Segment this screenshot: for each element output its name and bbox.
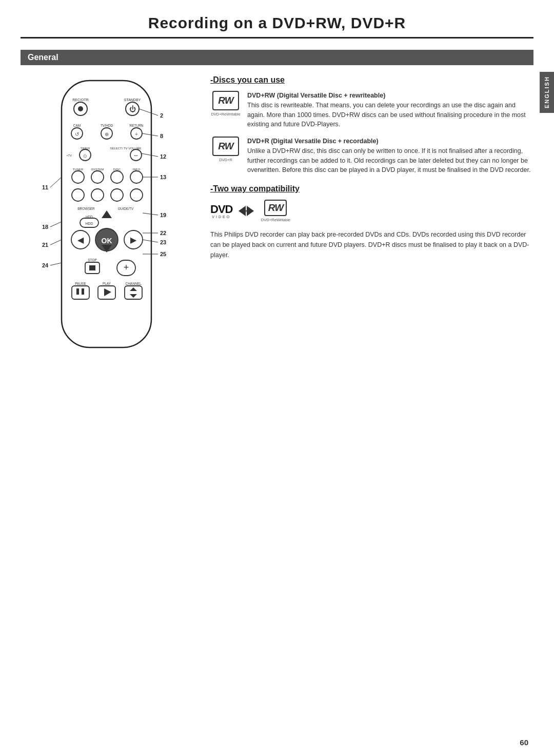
svg-line-56 [50, 222, 62, 227]
svg-text:OK: OK [102, 237, 112, 245]
svg-rect-85 [82, 288, 84, 295]
svg-text:•TV: •TV [67, 154, 72, 157]
dvdrw-block: RW DVD+ReWritable DVD+RW (Digital Versat… [210, 91, 533, 129]
svg-text:DISC: DISC [113, 168, 121, 171]
dvdr-text: DVD+R (Digital Versatile Disc + recordab… [247, 137, 533, 175]
svg-text:REC/OTR: REC/OTR [72, 98, 89, 102]
remote-control-column: REC/OTR STANDBY ⏻ 2 CAM TV/HDD RETURN ↺ [21, 70, 195, 363]
svg-text:⊕: ⊕ [105, 131, 109, 137]
dvdr-title: DVD+R (Digital Versatile Disc + recordab… [247, 138, 379, 145]
svg-text:STOP: STOP [88, 258, 97, 262]
dvdr-logo-text: RW [218, 141, 233, 152]
svg-text:CAM: CAM [73, 124, 81, 127]
two-way-logos: DVD VIDEO RW DVD+ReWritable [210, 200, 533, 222]
dvdr-logo-label: DVD+R [219, 158, 232, 162]
svg-text:↺: ↺ [75, 131, 79, 137]
dvd-video-logo: DVD VIDEO [210, 204, 232, 219]
svg-text:⊙: ⊙ [83, 153, 87, 159]
svg-line-73 [50, 263, 62, 265]
svg-text:PAUSE: PAUSE [75, 282, 86, 285]
svg-rect-77 [89, 265, 95, 270]
svg-line-42 [50, 177, 62, 187]
dvdr-logo: RW DVD+R [210, 137, 241, 162]
svg-text:8: 8 [160, 133, 163, 139]
svg-point-36 [72, 171, 84, 183]
svg-text:19: 19 [160, 212, 166, 218]
svg-point-47 [130, 189, 143, 201]
language-label: ENGLISH [544, 76, 550, 109]
page-title-area: Recording on a DVD+RW, DVD+R [21, 0, 533, 38]
svg-text:13: 13 [160, 174, 166, 180]
rw-logo-text-small: RW [268, 202, 283, 214]
svg-text:12: 12 [160, 153, 166, 160]
svg-text:PLAY: PLAY [103, 282, 111, 285]
compatible-logo [236, 204, 256, 218]
dvdrw-logo: RW DVD+ReWritable [210, 91, 241, 117]
svg-text:▶: ▶ [130, 236, 137, 244]
svg-text:CHANNEL: CHANNEL [125, 282, 141, 285]
svg-text:INFO: INFO [133, 168, 141, 171]
svg-point-37 [91, 171, 104, 183]
dvd-video-label: VIDEO [212, 215, 231, 219]
svg-rect-84 [76, 288, 79, 295]
svg-text:23: 23 [160, 239, 166, 245]
compatible-arrows-icon [236, 204, 256, 218]
rw-logo-box-small: RW [264, 200, 287, 216]
dvdrw-logo-label: DVD+ReWritable [211, 112, 240, 117]
svg-text:18: 18 [42, 224, 48, 230]
svg-text:BROWSER: BROWSER [77, 207, 95, 210]
rw-compatible-label: DVD+ReWritable [261, 218, 290, 222]
two-way-subtitle: -Two way compatibility [210, 184, 533, 193]
svg-point-44 [72, 189, 84, 201]
page-title: Recording on a DVD+RW, DVD+R [21, 14, 533, 32]
svg-text:11: 11 [42, 184, 48, 190]
svg-line-66 [50, 240, 62, 245]
two-way-body: This Philips DVD recorder can play back … [210, 229, 533, 260]
svg-text:+: + [124, 262, 129, 273]
svg-text:◀: ◀ [77, 236, 84, 244]
two-way-section: -Two way compatibility DVD VIDEO [210, 184, 533, 260]
dvdr-logo-box: RW [212, 137, 239, 156]
dvd-big-text: DVD [210, 204, 232, 215]
svg-point-4 [78, 106, 83, 111]
svg-point-39 [130, 171, 143, 183]
svg-text:⏻: ⏻ [129, 105, 136, 113]
dvdr-block: RW DVD+R DVD+R (Digital Versatile Disc +… [210, 137, 533, 175]
dvdrw-body: This disc is rewriteable. That means, yo… [247, 102, 526, 128]
dvdrw-logo-box: RW [212, 91, 239, 110]
discs-subtitle: -Discs you can use [210, 75, 533, 85]
svg-text:2: 2 [160, 112, 163, 119]
remote-control-diagram: REC/OTR STANDBY ⏻ 2 CAM TV/HDD RETURN ↺ [31, 75, 185, 363]
content-column: -Discs you can use RW DVD+ReWritable DVD… [195, 70, 533, 363]
svg-text:HDD: HDD [85, 222, 93, 225]
svg-text:TUNER: TUNER [73, 168, 84, 171]
svg-text:25: 25 [160, 251, 166, 257]
svg-text:TV/HDD: TV/HDD [101, 124, 113, 127]
svg-text:+: + [135, 131, 138, 137]
page-number: 60 [520, 738, 528, 747]
dvdr-body: Unlike a DVD+RW disc, this disc can only… [247, 147, 530, 174]
main-content: REC/OTR STANDBY ⏻ 2 CAM TV/HDD RETURN ↺ [21, 65, 533, 363]
section-header: General [21, 50, 533, 65]
dvdrw-text: DVD+RW (Digital Versatile Disc + rewrite… [247, 91, 533, 129]
svg-text:GUIDE/TV: GUIDE/TV [118, 207, 134, 210]
language-sidebar: ENGLISH [540, 72, 554, 113]
svg-text:21: 21 [42, 242, 48, 248]
rw-compatible-logo: RW DVD+ReWritable [260, 200, 291, 222]
svg-text:24: 24 [42, 262, 49, 268]
svg-rect-83 [72, 286, 89, 299]
svg-text:STANDBY: STANDBY [124, 98, 141, 102]
svg-point-38 [111, 171, 123, 183]
dvdrw-logo-text: RW [218, 95, 233, 106]
svg-text:−: − [134, 151, 138, 160]
svg-point-46 [111, 189, 123, 201]
dvdrw-title: DVD+RW (Digital Versatile Disc + rewrite… [247, 92, 385, 99]
svg-text:22: 22 [160, 230, 166, 236]
svg-point-45 [91, 189, 104, 201]
svg-text:RETURN: RETURN [129, 124, 143, 127]
